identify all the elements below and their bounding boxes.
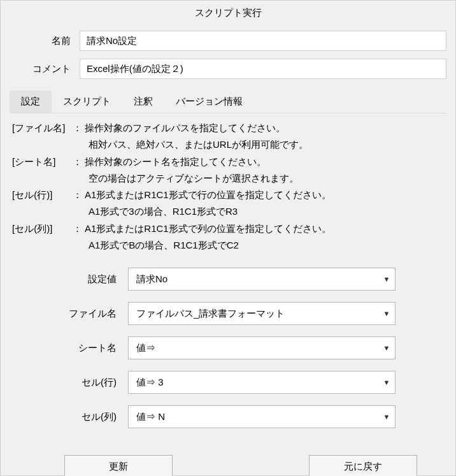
param-cellrow-text: 値⇒ 3 [129, 377, 382, 389]
name-label: 名前 [10, 35, 80, 47]
param-sheetname-dropdown[interactable]: 値⇒ ▼ [128, 336, 395, 359]
param-value-text: 請求No [129, 273, 382, 285]
tab-bar: 設定 スクリプト 注釈 バージョン情報 [10, 90, 446, 113]
help-file-text: 操作対象のファイルパスを指定してください。 [85, 120, 285, 136]
button-row: 更新 元に戻す [1, 446, 455, 476]
chevron-down-icon: ▼ [382, 413, 395, 421]
param-value-row: 設定値 請求No ▼ [26, 268, 430, 291]
param-filename-dropdown[interactable]: ファイルパス_請求書フォーマット ▼ [128, 302, 395, 325]
help-row-sub: A1形式で3の場合、R1C1形式でR3 [12, 203, 444, 220]
param-filename-text: ファイルパス_請求書フォーマット [129, 308, 382, 320]
chevron-down-icon: ▼ [382, 310, 395, 317]
help-sheet-sub: 空の場合はアクティブなシートが選択されます。 [12, 170, 444, 187]
comment-row: コメント [1, 55, 455, 83]
param-value-label: 設定値 [26, 273, 128, 285]
tab-script[interactable]: スクリプト [52, 90, 122, 113]
param-cellcol-row: セル(列) 値⇒ N ▼ [26, 405, 430, 428]
comment-input[interactable] [80, 59, 446, 79]
tab-settings[interactable]: 設定 [10, 90, 52, 113]
update-button[interactable]: 更新 [64, 455, 173, 476]
help-col-sub: A1形式でBの場合、R1C1形式でC2 [12, 237, 444, 254]
name-input[interactable] [80, 31, 446, 51]
param-cellcol-dropdown[interactable]: 値⇒ N ▼ [128, 405, 395, 428]
window-title: スクリプト実行 [1, 1, 455, 27]
help-col-key: [セル(列)] [12, 220, 73, 237]
chevron-down-icon: ▼ [382, 275, 395, 283]
parameter-area: 設定値 請求No ▼ ファイル名 ファイルパス_請求書フォーマット ▼ シート名… [1, 256, 455, 446]
param-cellrow-row: セル(行) 値⇒ 3 ▼ [26, 371, 430, 394]
param-filename-row: ファイル名 ファイルパス_請求書フォーマット ▼ [26, 302, 430, 325]
help-row-text: A1形式またはR1C1形式で行の位置を指定してください。 [85, 187, 331, 203]
param-cellcol-label: セル(列) [26, 411, 128, 423]
help-row-key: [セル(行)] [12, 187, 73, 203]
param-sheetname-label: シート名 [26, 342, 128, 354]
param-sheetname-row: シート名 値⇒ ▼ [26, 336, 430, 359]
chevron-down-icon: ▼ [382, 344, 395, 352]
help-sheet-key: [シート名] [12, 154, 73, 170]
param-value-dropdown[interactable]: 請求No ▼ [128, 268, 395, 291]
help-file-sub: 相対パス、絶対パス、またはURLが利用可能です。 [12, 136, 444, 153]
param-sheetname-text: 値⇒ [129, 342, 382, 354]
help-sheet-text: 操作対象のシート名を指定してください。 [85, 154, 266, 170]
param-cellrow-dropdown[interactable]: 値⇒ 3 ▼ [128, 371, 395, 394]
revert-button[interactable]: 元に戻す [309, 455, 417, 476]
param-cellrow-label: セル(行) [26, 377, 128, 389]
help-col-text: A1形式またはR1C1形式で列の位置を指定してください。 [85, 220, 331, 237]
tab-version[interactable]: バージョン情報 [164, 90, 254, 113]
param-filename-label: ファイル名 [26, 308, 128, 320]
param-cellcol-text: 値⇒ N [129, 411, 382, 423]
name-row: 名前 [1, 27, 455, 55]
script-execution-window: スクリプト実行 名前 コメント 設定 スクリプト 注釈 バージョン情報 [ファイ… [0, 0, 456, 476]
comment-label: コメント [10, 63, 80, 75]
chevron-down-icon: ▼ [382, 379, 395, 386]
tab-annotation[interactable]: 注釈 [122, 90, 164, 113]
help-text: [ファイル名] ： 操作対象のファイルパスを指定してください。 相対パス、絶対パ… [1, 113, 455, 256]
help-file-key: [ファイル名] [12, 120, 73, 136]
